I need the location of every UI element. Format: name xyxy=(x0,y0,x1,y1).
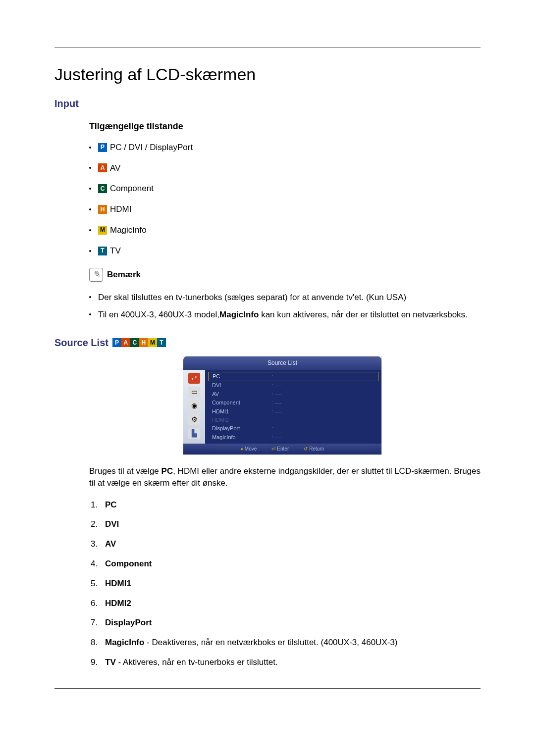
list-item: AV xyxy=(100,538,481,550)
mode-item: PPC / DVI / DisplayPort xyxy=(89,142,481,153)
mode-label: PC / DVI / DisplayPort xyxy=(110,142,193,153)
bullet-icon xyxy=(89,167,91,169)
note-text-bold: MagicInfo xyxy=(219,310,259,319)
bullet-icon xyxy=(89,313,91,315)
mode-icon-c: C xyxy=(98,184,107,193)
strip-icon-p: P xyxy=(112,338,121,347)
icon-strip: P A C H M T xyxy=(112,338,166,347)
osd-row-value: : ---- xyxy=(271,408,282,415)
strip-icon-h: H xyxy=(139,338,148,347)
strip-icon-m: M xyxy=(148,338,157,347)
osd-row-label: AV xyxy=(212,391,271,398)
osd-sidebar: ⇄ ▭ ◉ ⚙ ▙ xyxy=(183,370,205,444)
bullet-icon xyxy=(89,250,91,252)
osd-row-label: PC xyxy=(213,373,272,380)
list-item: DisplayPort xyxy=(100,617,481,629)
strip-icon-a: A xyxy=(121,338,130,347)
osd-footer-enter: Enter xyxy=(277,446,289,452)
mode-label: Component xyxy=(110,183,154,195)
modes-heading: Tilgængelige tilstande xyxy=(89,120,481,133)
osd-title: Source List xyxy=(183,356,381,370)
bullet-icon xyxy=(89,208,91,210)
list-item: PC xyxy=(100,499,481,511)
bullet-icon xyxy=(89,296,91,298)
top-rule xyxy=(54,48,481,48)
note-item: Der skal tilsluttes en tv-tunerboks (sæl… xyxy=(89,292,481,303)
mode-item: CComponent xyxy=(89,183,481,195)
osd-side-icon: ▭ xyxy=(188,387,200,398)
source-list-block: Bruges til at vælge PC, HDMI eller andre… xyxy=(89,465,481,668)
list-item-label: DisplayPort xyxy=(105,618,152,627)
bottom-rule xyxy=(54,688,481,689)
mode-label: AV xyxy=(110,162,120,174)
osd-main: PC: ---- DVI: ---- AV: ---- Component: -… xyxy=(205,370,381,444)
bullet-icon xyxy=(89,229,91,231)
note-text-part: Til en 400UX-3, 460UX-3 model, xyxy=(98,310,219,319)
list-item: Component xyxy=(100,558,481,570)
osd-row: DVI: ---- xyxy=(208,381,378,390)
strip-icon-c: C xyxy=(130,338,139,347)
mode-item: MMagicInfo xyxy=(89,224,481,236)
osd-side-icon: ⚙ xyxy=(188,414,200,425)
list-item-label: PC xyxy=(105,500,117,509)
list-item-rest: - Deaktiveres, når en netværkboks er til… xyxy=(144,638,397,647)
osd-side-icon: ▙ xyxy=(188,428,200,439)
osd-row: AV: ---- xyxy=(208,390,378,399)
notes-list: Der skal tilsluttes en tv-tunerboks (sæl… xyxy=(89,292,481,321)
list-item-bold: MagicInfo xyxy=(105,638,144,647)
osd-row-value: : ---- xyxy=(271,399,282,406)
list-item-label: DVI xyxy=(105,519,119,529)
osd-side-icon: ◉ xyxy=(188,401,200,411)
list-item: MagicInfo - Deaktiveres, når en netværkb… xyxy=(100,637,481,649)
list-item: DVI xyxy=(100,518,481,530)
input-heading: Input xyxy=(54,97,481,110)
note-icon: ✎ xyxy=(89,268,103,282)
list-item-label: HDMI2 xyxy=(105,599,131,608)
osd-row-label: DisplayPort xyxy=(212,425,271,432)
osd-screenshot: Source List ⇄ ▭ ◉ ⚙ ▙ PC: ---- DVI: ----… xyxy=(183,356,381,454)
osd-row: MagicInfo: ---- xyxy=(208,433,378,442)
note-text: Til en 400UX-3, 460UX-3 model,MagicInfo … xyxy=(98,309,481,321)
mode-item: HHDMI xyxy=(89,203,481,215)
mode-icon-p: P xyxy=(98,143,107,152)
mode-item: AAV xyxy=(89,162,481,174)
osd-row-label: HDMI1 xyxy=(212,408,271,415)
bullet-icon xyxy=(89,188,91,190)
page-title: Justering af LCD-skærmen xyxy=(54,63,481,87)
usage-text: Bruges til at vælge xyxy=(89,466,161,476)
osd-footer-move: Move xyxy=(245,446,257,452)
note-item: Til en 400UX-3, 460UX-3 model,MagicInfo … xyxy=(89,309,481,321)
usage-bold: PC xyxy=(161,466,173,476)
mode-label: TV xyxy=(110,245,121,257)
osd-row-label: MagicInfo xyxy=(212,434,271,441)
osd-row: HDMI1: ---- xyxy=(208,407,378,416)
source-list-heading: Source List P A C H M T xyxy=(54,336,481,350)
bullet-icon xyxy=(89,147,91,149)
mode-label: MagicInfo xyxy=(110,224,147,236)
list-item: HDMI1 xyxy=(100,578,481,590)
osd-row-label: DVI xyxy=(212,382,271,389)
mode-icon-m: M xyxy=(98,226,107,235)
page: Justering af LCD-skærmen Input Tilgængel… xyxy=(0,0,535,689)
osd-footer: ♦Move ⏎Enter ↺Return xyxy=(183,444,381,454)
list-item-label: AV xyxy=(105,539,116,549)
osd-row-value: : ---- xyxy=(271,382,282,389)
source-list-label: Source List xyxy=(54,336,108,350)
list-item: TV - Aktiveres, når en tv-tunerboks er t… xyxy=(100,656,481,668)
source-ordered-list: PC DVI AV Component HDMI1 HDMI2 DisplayP… xyxy=(89,499,481,668)
list-item-rest: - Aktiveres, når en tv-tunerboks er tils… xyxy=(116,657,278,667)
osd-row-label: Component xyxy=(212,399,271,406)
mode-icon-h: H xyxy=(98,205,107,214)
osd-row: HDMI2 xyxy=(208,416,378,424)
mode-icon-t: T xyxy=(98,247,107,255)
mode-icon-a: A xyxy=(98,163,107,172)
osd-row-value: : ---- xyxy=(271,391,282,398)
mode-label: HDMI xyxy=(110,203,131,215)
osd-row: Component: ---- xyxy=(208,399,378,407)
osd-row: PC: ---- xyxy=(208,372,378,381)
osd-row-value: : ---- xyxy=(271,425,282,432)
note-label: Bemærk xyxy=(107,269,141,281)
list-item: HDMI2 xyxy=(100,598,481,609)
osd-row: DisplayPort: ---- xyxy=(208,424,378,433)
note-text: Der skal tilsluttes en tv-tunerboks (sæl… xyxy=(98,292,481,303)
